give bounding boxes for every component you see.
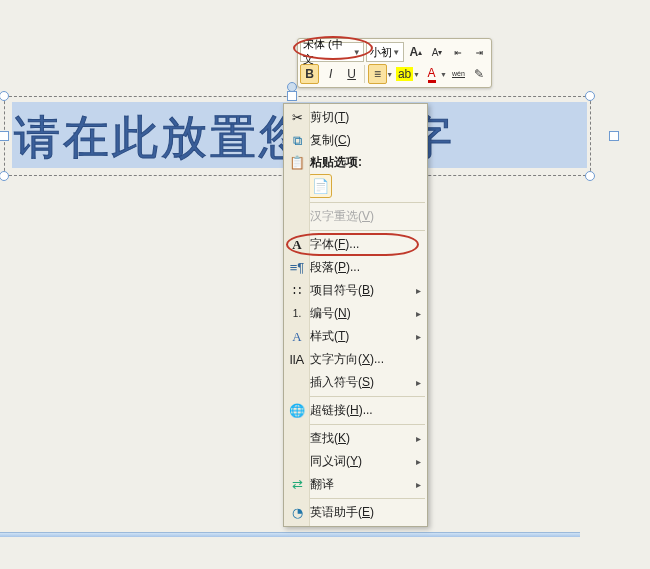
menu-english-assist[interactable]: ◔ 英语助手(E) xyxy=(284,501,427,524)
menu-hyperlink[interactable]: 🌐 超链接(H)... xyxy=(284,399,427,422)
menu-ime-reconvert: 汉字重选(V) xyxy=(284,205,427,228)
submenu-arrow-icon: ▸ xyxy=(416,456,421,467)
menu-separator xyxy=(310,498,425,499)
shrink-font-button[interactable]: A▾ xyxy=(427,42,446,62)
globe-link-icon: 🌐 xyxy=(288,403,306,418)
menu-text-direction[interactable]: llA 文字方向(X)... xyxy=(284,348,427,371)
menu-copy[interactable]: ⧉ 复制(C) xyxy=(284,129,427,152)
translate-icon: ⇄ xyxy=(288,477,306,492)
resize-handle-n[interactable] xyxy=(287,91,297,101)
submenu-arrow-icon: ▸ xyxy=(416,308,421,319)
bold-button[interactable]: B xyxy=(300,64,319,84)
dropdown-arrow-icon[interactable]: ▼ xyxy=(413,71,420,78)
menu-separator xyxy=(310,396,425,397)
resize-handle-e[interactable] xyxy=(609,131,619,141)
resize-handle-sw[interactable] xyxy=(0,171,9,181)
text-direction-icon: llA xyxy=(288,352,306,367)
styles-icon: A xyxy=(288,329,306,345)
dropdown-arrow-icon[interactable]: ▼ xyxy=(440,71,447,78)
context-menu: ✂ 剪切(T) ⧉ 复制(C) 📋 粘贴选项: 📄 汉字重选(V) A 字体(F… xyxy=(283,103,428,527)
menu-translate[interactable]: ⇄ 翻译 ▸ xyxy=(284,473,427,496)
submenu-arrow-icon: ▸ xyxy=(416,331,421,342)
menu-thesaurus[interactable]: 同义词(Y) ▸ xyxy=(284,450,427,473)
assist-icon: ◔ xyxy=(288,505,306,520)
menu-font[interactable]: A 字体(F)... xyxy=(284,233,427,256)
menu-numbering[interactable]: 1. 编号(N) ▸ xyxy=(284,302,427,325)
highlight-button[interactable]: ab xyxy=(395,64,414,84)
mini-toolbar: 宋体 (中文 ▼ 小初 ▼ A▴ A▾ ⇤ ⇥ B I U ≡ ▼ ab ▼ A… xyxy=(297,38,492,88)
menu-paste-options-header: 📋 粘贴选项: xyxy=(284,152,427,172)
copy-icon: ⧉ xyxy=(288,133,306,149)
underline-button[interactable]: U xyxy=(342,64,361,84)
resize-handle-se[interactable] xyxy=(585,171,595,181)
scissors-icon: ✂ xyxy=(288,110,306,125)
paragraph-icon: ≡¶ xyxy=(288,260,306,275)
italic-button[interactable]: I xyxy=(321,64,340,84)
font-name-value: 宋体 (中文 xyxy=(303,37,353,67)
submenu-arrow-icon: ▸ xyxy=(416,433,421,444)
menu-bullets[interactable]: ∷ 项目符号(B) ▸ xyxy=(284,279,427,302)
bullets-icon: ∷ xyxy=(288,283,306,298)
menu-insert-symbol[interactable]: 插入符号(S) ▸ xyxy=(284,371,427,394)
font-size-value: 小初 xyxy=(370,45,392,60)
font-a-icon: A xyxy=(288,237,306,253)
menu-separator xyxy=(310,424,425,425)
paste-option-keep-source[interactable]: 📄 xyxy=(308,174,332,198)
font-color-button[interactable]: A xyxy=(422,64,441,84)
dropdown-icon: ▼ xyxy=(392,48,400,57)
resize-handle-w[interactable] xyxy=(0,131,9,141)
format-painter-button[interactable]: ✎ xyxy=(470,64,489,84)
document-canvas: 请在此放置您的文字 宋体 (中文 ▼ 小初 ▼ A▴ A▾ ⇤ ⇥ B xyxy=(0,0,650,569)
menu-separator xyxy=(310,230,425,231)
menu-find[interactable]: 查找(K) ▸ xyxy=(284,427,427,450)
clipboard-icon: 📋 xyxy=(288,155,306,170)
grow-font-button[interactable]: A▴ xyxy=(406,42,425,62)
status-bar-strip xyxy=(0,532,580,537)
dropdown-icon: ▼ xyxy=(353,48,361,57)
decrease-indent-button[interactable]: ⇤ xyxy=(449,42,468,62)
increase-indent-button[interactable]: ⇥ xyxy=(470,42,489,62)
menu-separator xyxy=(310,202,425,203)
menu-styles[interactable]: A 样式(T) ▸ xyxy=(284,325,427,348)
submenu-arrow-icon: ▸ xyxy=(416,479,421,490)
submenu-arrow-icon: ▸ xyxy=(416,377,421,388)
submenu-arrow-icon: ▸ xyxy=(416,285,421,296)
font-name-combo[interactable]: 宋体 (中文 ▼ xyxy=(300,42,364,62)
dropdown-arrow-icon[interactable]: ▼ xyxy=(386,71,393,78)
menu-cut[interactable]: ✂ 剪切(T) xyxy=(284,106,427,129)
separator xyxy=(364,65,365,83)
clipboard-icon: 📄 xyxy=(312,178,329,194)
resize-handle-ne[interactable] xyxy=(585,91,595,101)
menu-paragraph[interactable]: ≡¶ 段落(P)... xyxy=(284,256,427,279)
phonetic-guide-button[interactable]: wén xyxy=(449,64,468,84)
font-size-combo[interactable]: 小初 ▼ xyxy=(366,42,405,62)
numbering-icon: 1. xyxy=(288,308,306,319)
align-center-button[interactable]: ≡ xyxy=(368,64,387,84)
